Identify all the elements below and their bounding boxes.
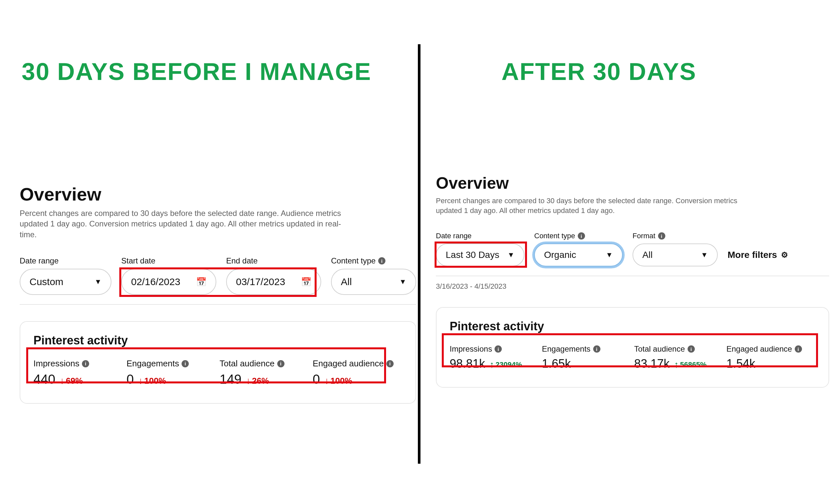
info-icon[interactable]: i [387,360,394,367]
pinterest-activity-card: Pinterest activity Impressionsi 98.81k ↑… [436,307,829,388]
date-range-label: Date range [436,232,524,240]
overview-subtitle: Percent changes are compared to 30 days … [20,208,347,240]
trend-down: ↓69% [60,376,83,386]
start-date-input[interactable]: 02/16/2023 📅 [121,269,216,295]
arrow-up-icon: ↑ [489,360,494,369]
info-icon[interactable]: i [593,345,601,353]
metric-value: 149 [219,372,242,387]
format-select[interactable]: All ▼ [632,244,718,266]
date-range-select[interactable]: Last 30 Days ▼ [436,244,524,266]
info-icon[interactable]: i [658,232,665,239]
date-range-value: Custom [30,276,63,287]
info-icon[interactable]: i [378,257,386,265]
content-type-select[interactable]: All ▼ [331,269,416,295]
metric-label: Total audience [634,344,685,354]
arrow-up-icon: ↑ [674,360,679,369]
metric-label: Engagements [126,359,179,369]
panel-after: Overview Percent changes are compared to… [436,174,829,388]
card-title: Pinterest activity [33,334,403,347]
pinterest-activity-card: Pinterest activity Impressionsi 440 ↓69%… [20,321,416,404]
metric-label: Engaged audience [727,344,792,354]
card-title: Pinterest activity [450,320,816,333]
trend-down: ↓100% [138,376,166,386]
metric-value: 0 [313,372,320,387]
content-type-label: Content type i [534,232,623,240]
metric-value: 1.65k [542,357,571,371]
arrow-down-icon: ↓ [60,376,65,385]
content-type-value: All [341,276,352,287]
metric-label: Total audience [219,359,275,369]
calendar-icon: 📅 [196,277,207,287]
end-date-input[interactable]: 03/17/2023 📅 [226,269,321,295]
end-date-value: 03/17/2023 [236,276,285,287]
content-type-value: Organic [544,250,576,260]
headline-after: AFTER 30 DAYS [501,58,696,86]
chevron-down-icon: ▼ [701,251,708,259]
info-icon[interactable]: i [495,345,502,353]
chevron-down-icon: ▼ [399,277,406,286]
metric-label: Impressions [33,359,79,369]
format-label: Format i [632,232,718,240]
more-filters-button[interactable]: More filters ⚙ [728,244,788,266]
date-range-value: Last 30 Days [446,250,499,260]
content-type-select[interactable]: Organic ▼ [534,244,623,266]
info-icon[interactable]: i [578,232,585,239]
metric-label: Engagements [542,344,591,354]
date-range-label: Date range [20,256,111,266]
sliders-icon: ⚙ [781,250,788,259]
metric-value: 0 [126,372,134,387]
calendar-icon: 📅 [301,277,311,287]
info-icon[interactable]: i [688,345,695,353]
overview-title: Overview [20,183,416,205]
metric-value: 1.54k [727,357,755,371]
start-date-value: 02/16/2023 [131,276,180,287]
vertical-divider [418,44,421,464]
chevron-down-icon: ▼ [606,251,613,259]
info-icon[interactable]: i [795,345,802,353]
start-date-label: Start date [121,256,216,266]
chevron-down-icon: ▼ [94,277,102,286]
arrow-down-icon: ↓ [324,376,329,385]
trend-up: ↑56865% [674,360,707,369]
metric-value: 440 [33,372,55,387]
metric-value: 98.81k [450,357,485,371]
date-range-select[interactable]: Custom ▼ [20,269,111,295]
info-icon[interactable]: i [182,360,189,367]
format-value: All [642,250,653,260]
chevron-down-icon: ▼ [507,251,515,259]
metric-label: Impressions [450,344,492,354]
arrow-down-icon: ↓ [246,376,251,385]
panel-before: Overview Percent changes are compared to… [20,183,416,404]
overview-title: Overview [436,174,829,193]
trend-down: ↓26% [246,376,269,386]
arrow-down-icon: ↓ [138,376,143,385]
metric-value: 83.17k [634,357,670,371]
info-icon[interactable]: i [277,360,284,367]
end-date-label: End date [226,256,321,266]
trend-down: ↓100% [324,376,352,386]
date-range-summary: 3/16/2023 - 4/15/2023 [436,282,829,291]
content-type-label: Content type i [331,256,416,266]
headline-before: 30 DAYS BEFORE I MANAGE [22,58,371,86]
metric-label: Engaged audience [313,359,384,369]
overview-subtitle: Percent changes are compared to 30 days … [436,196,764,215]
info-icon[interactable]: i [82,360,89,367]
trend-up: ↑23094% [489,360,522,369]
